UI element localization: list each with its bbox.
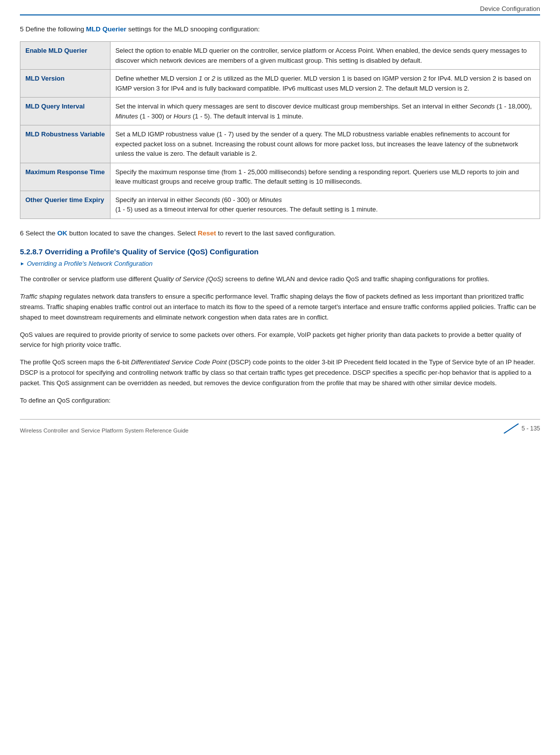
para2-italic: Traffic shaping [20,293,62,300]
para1-italic: Quality of Service (QoS) [154,275,224,283]
table-cell-description: Define whether MLD version 1 or 2 is uti… [110,70,540,98]
table-cell-label: Enable MLD Querier [20,42,111,70]
section6-middle: button located to save the changes. Sele… [67,229,198,237]
table-cell-description: Set the interval in which query messages… [110,98,540,125]
body-para-5: To define an QoS configuration: [20,396,540,406]
footer-left-text: Wireless Controller and Service Platform… [20,428,189,433]
page-footer: Wireless Controller and Service Platform… [20,419,540,433]
svg-line-0 [504,424,519,433]
section5-intro-text: 5 Define the following [20,25,86,33]
footer-right: 5 - 135 [504,424,540,433]
section5-intro: 5 Define the following MLD Querier setti… [20,24,540,34]
para4-italic1: Differentiated Service Code Point [131,358,226,366]
link-arrow-icon: ► [20,261,25,266]
table-cell-label: Maximum Response Time [20,163,111,191]
table-cell-description: Select the option to enable MLD querier … [110,42,540,70]
section-587-heading: 5.2.8.7 Overriding a Profile's Quality o… [20,247,540,256]
table-cell-label: MLD Version [20,70,111,98]
reset-label: Reset [198,229,216,237]
para1-after: screens to define WLAN and device radio … [224,275,490,283]
header-bar: Device Configuration [20,5,540,15]
table-cell-label: MLD Query Interval [20,98,111,125]
header-title: Device Configuration [480,5,540,12]
table-row: MLD Robustness VariableSet a MLD IGMP ro… [20,125,540,163]
body-para-4: The profile QoS screen maps the 6-bit Di… [20,357,540,388]
table-cell-description: Specify the maximum response time (from … [110,163,540,191]
body-para-2: Traffic shaping regulates network data t… [20,292,540,323]
section6-before-ok: 6 Select the [20,229,57,237]
section6-after: to revert to the last saved configuratio… [216,229,336,237]
table-row: Maximum Response TimeSpecify the maximum… [20,163,540,191]
section5-intro-end: settings for the MLD snooping configurat… [126,25,260,33]
footer-slash-icon [504,424,519,433]
link-line[interactable]: ► Overriding a Profile's Network Configu… [20,260,540,267]
table-cell-label: Other Querier time Expiry [20,191,111,218]
para2-text: regulates network data transfers to ensu… [20,293,536,321]
table-row: Enable MLD QuerierSelect the option to e… [20,42,540,70]
table-row: Other Querier time ExpirySpecify an inte… [20,191,540,218]
table-cell-label: MLD Robustness Variable [20,125,111,163]
table-row: MLD Query IntervalSet the interval in wh… [20,98,540,125]
para1-before: The controller or service platform use d… [20,275,154,283]
table-cell-description: Specify an interval in either Seconds (6… [110,191,540,218]
footer-page-number: 5 - 135 [522,425,540,432]
mld-querier-highlight: MLD Querier [86,25,126,33]
mld-config-table: Enable MLD QuerierSelect the option to e… [20,41,540,219]
para4-before: The profile QoS screen maps the 6-bit [20,358,131,366]
body-para-3: QoS values are required to provide prior… [20,330,540,351]
ok-label: OK [57,229,67,237]
body-para-1: The controller or service platform use d… [20,274,540,285]
table-row: MLD VersionDefine whether MLD version 1 … [20,70,540,98]
link-text[interactable]: Overriding a Profile's Network Configura… [27,260,152,267]
table-cell-description: Set a MLD IGMP robustness value (1 - 7) … [110,125,540,163]
section6-text: 6 Select the OK button located to save t… [20,228,540,239]
